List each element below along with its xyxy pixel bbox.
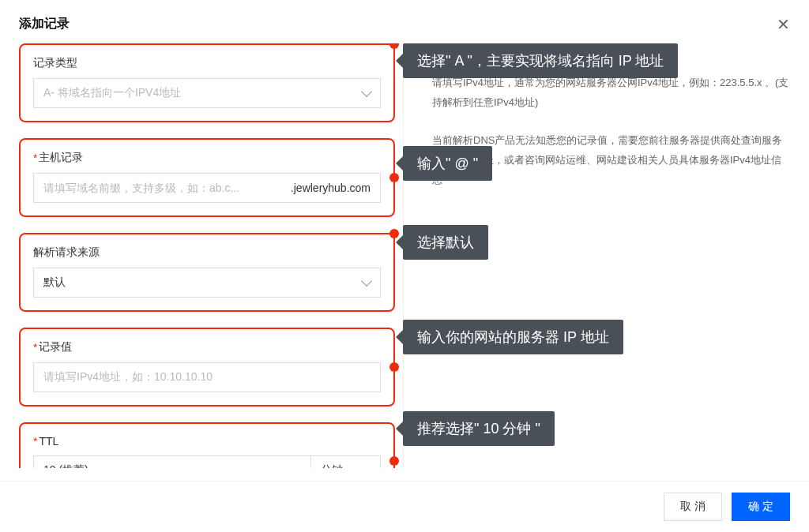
callout-source: 选择默认	[403, 225, 488, 260]
host-input[interactable]	[34, 174, 281, 202]
required-star: *	[33, 341, 37, 354]
callout-value: 输入你的网站的服务器 IP 地址	[403, 320, 623, 354]
record-type-placeholder: A- 将域名指向一个IPV4地址	[43, 86, 181, 100]
ttl-value: 10 (推荐)	[43, 463, 88, 468]
highlight-dot	[389, 43, 399, 49]
close-icon[interactable]: ✕	[777, 17, 790, 32]
host-suffix: .jewleryhub.com	[281, 182, 380, 194]
ok-button[interactable]: 确 定	[732, 493, 790, 521]
value-placeholder: 请填写IPv4地址，如：10.10.10.10	[43, 370, 213, 384]
value-input[interactable]: 请填写IPv4地址，如：10.10.10.10	[33, 362, 381, 392]
cancel-button[interactable]: 取 消	[664, 493, 722, 521]
source-label: 解析请求来源	[33, 245, 100, 260]
chevron-down-icon	[361, 275, 372, 287]
source-select[interactable]: 默认	[33, 268, 381, 298]
callout-ttl: 推荐选择" 10 分钟 "	[403, 411, 555, 446]
highlight-dot	[389, 362, 399, 372]
ttl-unit-select[interactable]: 分钟	[311, 455, 381, 468]
highlight-dot	[389, 173, 399, 182]
callout-host: 输入" @ "	[403, 146, 492, 181]
host-block: * 主机记录 .jewleryhub.com	[19, 138, 395, 217]
source-value: 默认	[43, 275, 66, 290]
chevron-down-icon	[361, 86, 372, 97]
record-type-select[interactable]: A- 将域名指向一个IPV4地址	[33, 78, 381, 108]
required-star: *	[33, 152, 37, 164]
source-block: 解析请求来源 默认	[19, 233, 395, 312]
ttl-unit: 分钟	[321, 463, 343, 468]
help-desc-1: 请填写IPv4地址，通常为您的网站服务器公网IPv4地址，例如：223.5.5.…	[432, 73, 790, 112]
host-label: 主机记录	[39, 151, 83, 165]
value-label: 记录值	[39, 340, 72, 354]
modal-title: 添加记录	[19, 16, 70, 32]
chevron-down-icon	[361, 463, 372, 468]
required-star: *	[33, 435, 37, 448]
ttl-value-input[interactable]: 10 (推荐)	[33, 455, 311, 468]
highlight-dot	[389, 456, 399, 466]
callout-type: 选择" A "，主要实现将域名指向 IP 地址	[403, 43, 678, 78]
record-type-label: 记录类型	[33, 56, 77, 70]
ttl-label: TTL	[39, 435, 58, 448]
value-block: * 记录值 请填写IPv4地址，如：10.10.10.10	[19, 328, 395, 406]
ttl-block: * TTL 10 (推荐) 分钟	[19, 422, 395, 468]
record-type-block: 记录类型 A- 将域名指向一个IPV4地址	[19, 43, 395, 122]
host-input-group: .jewleryhub.com	[33, 173, 381, 203]
